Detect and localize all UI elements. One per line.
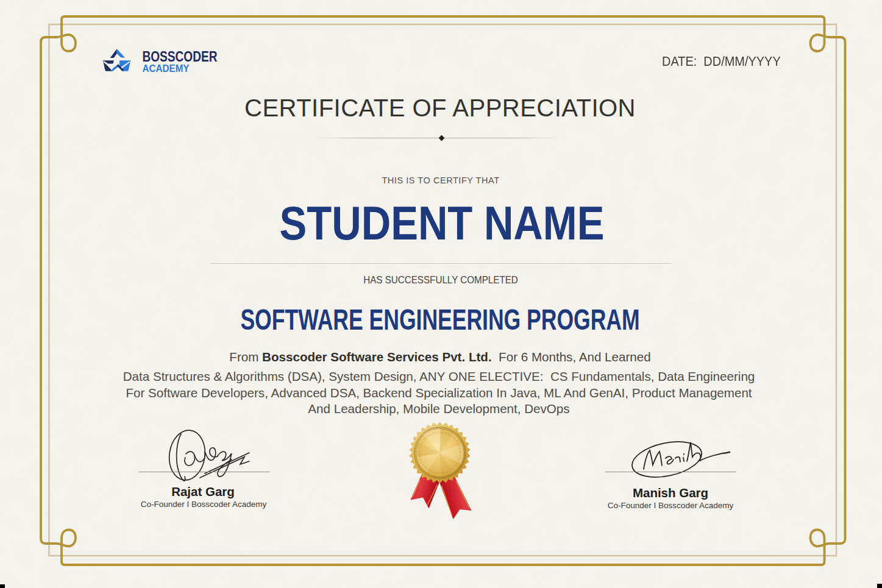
svg-text:BOSSCODER: BOSSCODER: [143, 49, 218, 65]
svg-text:ACADEMY: ACADEMY: [143, 63, 190, 74]
